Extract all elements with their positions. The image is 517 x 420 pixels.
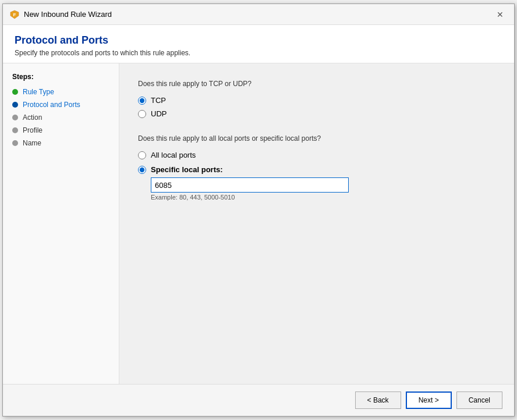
sidebar-item-profile[interactable]: Profile — [3, 124, 119, 137]
sidebar-dot-action — [12, 115, 18, 120]
cancel-button[interactable]: Cancel — [456, 391, 502, 409]
title-bar: F New Inbound Rule Wizard ✕ — [3, 4, 514, 25]
tcp-label[interactable]: TCP — [151, 96, 166, 105]
ports-section: Does this rule apply to all local ports … — [138, 134, 495, 201]
sidebar-dot-profile — [12, 127, 18, 133]
all-ports-radio[interactable] — [138, 151, 146, 159]
port-radio-group: All local ports Specific local ports: — [138, 151, 495, 174]
port-question: Does this rule apply to all local ports … — [138, 134, 495, 143]
close-button[interactable]: ✕ — [493, 8, 507, 22]
sidebar-label-protocol: Protocol and Ports — [23, 101, 80, 109]
port-input-row — [151, 177, 495, 193]
sidebar-label-profile: Profile — [23, 126, 43, 134]
port-input[interactable] — [151, 177, 349, 193]
sidebar-item-action[interactable]: Action — [3, 111, 119, 124]
sidebar-dot-rule-type — [12, 89, 18, 95]
content-area: Steps: Rule Type Protocol and Ports Acti… — [3, 63, 514, 384]
sidebar-label-name: Name — [23, 139, 41, 147]
specific-ports-radio[interactable] — [138, 166, 146, 174]
sidebar-item-name[interactable]: Name — [3, 137, 119, 150]
radio-specific-ports[interactable]: Specific local ports: — [138, 165, 495, 174]
back-button[interactable]: < Back — [355, 391, 401, 409]
window-title: New Inbound Rule Wizard — [24, 10, 112, 19]
all-ports-label[interactable]: All local ports — [151, 151, 196, 159]
sidebar-label-rule-type: Rule Type — [23, 88, 54, 96]
main-panel: Does this rule apply to TCP or UDP? TCP … — [119, 63, 514, 384]
header-section: Protocol and Ports Specify the protocols… — [3, 25, 514, 63]
footer: < Back Next > Cancel — [3, 384, 514, 416]
sidebar-title: Steps: — [3, 73, 119, 86]
udp-radio[interactable] — [138, 110, 146, 118]
sidebar-item-protocol[interactable]: Protocol and Ports — [3, 98, 119, 111]
protocol-question: Does this rule apply to TCP or UDP? — [138, 80, 495, 88]
svg-text:F: F — [13, 12, 16, 17]
wizard-window: F New Inbound Rule Wizard ✕ Protocol and… — [2, 3, 515, 417]
udp-label[interactable]: UDP — [151, 109, 167, 118]
sidebar-label-action: Action — [23, 113, 42, 122]
tcp-radio[interactable] — [138, 97, 146, 105]
wizard-icon: F — [10, 10, 19, 19]
next-button[interactable]: Next > — [406, 391, 452, 409]
page-title: Protocol and Ports — [15, 34, 502, 47]
radio-all-ports[interactable]: All local ports — [138, 151, 495, 159]
protocol-radio-group: TCP UDP — [138, 96, 495, 118]
sidebar-item-rule-type[interactable]: Rule Type — [3, 86, 119, 98]
page-subtitle: Specify the protocols and ports to which… — [15, 49, 502, 57]
specific-ports-label[interactable]: Specific local ports: — [151, 165, 223, 174]
sidebar-dot-name — [12, 140, 18, 146]
radio-tcp[interactable]: TCP — [138, 96, 495, 105]
sidebar: Steps: Rule Type Protocol and Ports Acti… — [3, 63, 119, 384]
title-bar-left: F New Inbound Rule Wizard — [10, 10, 112, 19]
sidebar-dot-protocol — [12, 102, 18, 108]
radio-udp[interactable]: UDP — [138, 109, 495, 118]
port-example: Example: 80, 443, 5000-5010 — [151, 194, 495, 201]
